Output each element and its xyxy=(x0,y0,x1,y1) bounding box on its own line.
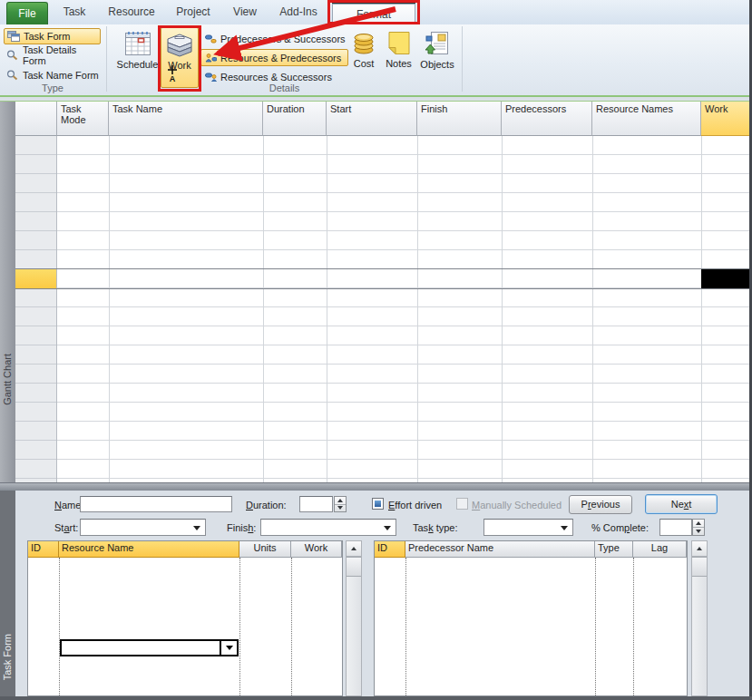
previous-button[interactable]: Previous xyxy=(569,495,632,514)
tab-project[interactable]: Project xyxy=(165,0,221,24)
percent-complete-input[interactable] xyxy=(659,519,692,536)
resources-predecessors-item[interactable]: Resources & Predecessors xyxy=(200,49,348,66)
predecessors-successors-item[interactable]: Predecessors & Successors xyxy=(201,30,349,47)
selected-row-header[interactable] xyxy=(15,269,56,288)
ribbon-tab-bar: File Task Resource Project View Add-Ins … xyxy=(0,0,752,25)
start-combobox[interactable] xyxy=(80,519,206,536)
resource-grid[interactable]: ID Resource Name Units Work xyxy=(27,540,343,696)
chevron-down-icon[interactable] xyxy=(561,526,568,530)
resource-grid-header-id[interactable]: ID xyxy=(28,541,59,558)
resource-grid-scrollbar[interactable] xyxy=(346,540,362,696)
objects-label: Objects xyxy=(420,59,454,70)
tab-file[interactable]: File xyxy=(6,2,48,24)
next-button[interactable]: Next xyxy=(645,494,718,514)
grid-column-line xyxy=(263,136,264,482)
grid-column-line xyxy=(417,136,418,482)
resource-name-edit-combobox[interactable] xyxy=(60,639,239,656)
predecessor-grid-header-type[interactable]: Type xyxy=(595,541,633,558)
pane-splitter[interactable] xyxy=(0,482,752,491)
task-name-form-button[interactable]: Task Name Form xyxy=(4,67,103,83)
scrollbar-thumb[interactable] xyxy=(692,557,707,577)
duration-spinner[interactable] xyxy=(334,496,347,512)
cost-button[interactable]: Cost xyxy=(348,27,379,88)
selected-cell-work[interactable] xyxy=(701,269,749,288)
column-header-predecessors[interactable]: Predecessors xyxy=(502,102,592,136)
chevron-down-icon[interactable] xyxy=(193,526,200,530)
tab-addins[interactable]: Add-Ins xyxy=(269,0,328,24)
column-header-work[interactable]: Work xyxy=(701,102,752,136)
task-form-pane-label: Task Form xyxy=(2,634,13,680)
grid-column-line xyxy=(291,558,292,695)
duration-input[interactable] xyxy=(299,496,333,512)
cost-coins-icon xyxy=(352,31,376,55)
chevron-down-icon xyxy=(226,646,233,650)
resources-successors-icon xyxy=(205,73,217,82)
predecessor-grid-scrollbar[interactable] xyxy=(691,540,708,696)
predecessor-grid[interactable]: ID Predecessor Name Type Lag xyxy=(374,540,688,696)
manually-scheduled-label: Manually Scheduled xyxy=(472,500,562,510)
finish-combobox[interactable] xyxy=(260,519,396,536)
grid-column-line xyxy=(59,558,60,695)
column-header-duration[interactable]: Duration xyxy=(263,102,327,136)
resource-grid-header-name[interactable]: Resource Name xyxy=(59,541,239,558)
chevron-down-icon[interactable] xyxy=(384,526,391,530)
scroll-up-icon[interactable] xyxy=(347,541,361,557)
tab-format[interactable]: Format xyxy=(332,4,415,24)
task-form-pane-strip[interactable]: Task Form xyxy=(0,491,15,696)
column-header-finish[interactable]: Finish xyxy=(417,102,502,136)
notes-button[interactable]: Notes xyxy=(382,27,415,88)
cursor-icon: A xyxy=(167,64,181,83)
schedule-button[interactable]: Schedule xyxy=(116,27,159,88)
spinner-down-icon[interactable] xyxy=(693,528,704,535)
task-type-combobox[interactable] xyxy=(483,519,573,536)
notes-label: Notes xyxy=(386,58,412,69)
tab-task[interactable]: Task xyxy=(51,0,98,24)
row-header-column[interactable] xyxy=(15,136,57,482)
column-header-start[interactable]: Start xyxy=(327,102,417,136)
resource-grid-header-units[interactable]: Units xyxy=(239,541,291,558)
group-divider xyxy=(462,26,463,92)
svg-text:A: A xyxy=(170,74,176,83)
resource-grid-header-work[interactable]: Work xyxy=(291,541,342,558)
grid-column-line xyxy=(701,136,702,482)
name-input[interactable] xyxy=(80,496,232,512)
select-all-corner[interactable] xyxy=(15,102,57,136)
ribbon: Task Form Task Details Form Task Name Fo… xyxy=(0,24,752,97)
effort-driven-label[interactable]: Effort driven xyxy=(388,500,442,510)
schedule-calendar-icon xyxy=(124,31,151,56)
resources-predecessors-icon xyxy=(205,53,217,63)
spinner-down-icon[interactable] xyxy=(335,505,346,512)
predecessor-grid-header-name[interactable]: Predecessor Name xyxy=(405,541,595,558)
notes-sticky-icon xyxy=(387,31,411,55)
gantt-table-body[interactable] xyxy=(15,136,752,482)
finish-label: Finish: xyxy=(227,522,256,533)
dropdown-button[interactable] xyxy=(220,641,237,655)
resources-predecessors-label: Resources & Predecessors xyxy=(220,53,341,63)
column-header-task-mode[interactable]: Task Mode xyxy=(57,102,109,136)
effort-driven-checkbox[interactable] xyxy=(372,498,384,510)
task-form-button[interactable]: Task Form xyxy=(4,28,101,44)
predecessor-grid-header-id[interactable]: ID xyxy=(375,541,405,558)
cost-label: Cost xyxy=(354,58,375,69)
spinner-up-icon[interactable] xyxy=(335,497,346,505)
task-details-form-button[interactable]: Task Details Form xyxy=(4,47,103,63)
percent-complete-spinner[interactable] xyxy=(692,519,705,536)
manually-scheduled-checkbox xyxy=(456,498,468,510)
grid-column-line xyxy=(595,558,596,695)
app-window: File Task Resource Project View Add-Ins … xyxy=(0,0,752,700)
objects-button[interactable]: Objects xyxy=(416,27,458,88)
tab-view[interactable]: View xyxy=(223,0,267,24)
gantt-pane-strip[interactable]: Gantt Chart xyxy=(0,102,15,482)
duration-label: Duration: xyxy=(246,500,287,510)
task-form-label: Task Form xyxy=(24,31,70,42)
column-header-task-name[interactable]: Task Name xyxy=(109,102,263,136)
column-header-resource-names[interactable]: Resource Names xyxy=(592,102,701,136)
objects-document-icon xyxy=(425,31,449,56)
predecessor-grid-header-lag[interactable]: Lag xyxy=(633,541,687,558)
grid-column-line xyxy=(109,136,110,482)
scrollbar-thumb[interactable] xyxy=(347,557,361,577)
spinner-up-icon[interactable] xyxy=(693,520,704,528)
scroll-up-icon[interactable] xyxy=(692,541,707,557)
tab-resource[interactable]: Resource xyxy=(100,0,163,24)
type-group-label: Type xyxy=(0,83,105,93)
